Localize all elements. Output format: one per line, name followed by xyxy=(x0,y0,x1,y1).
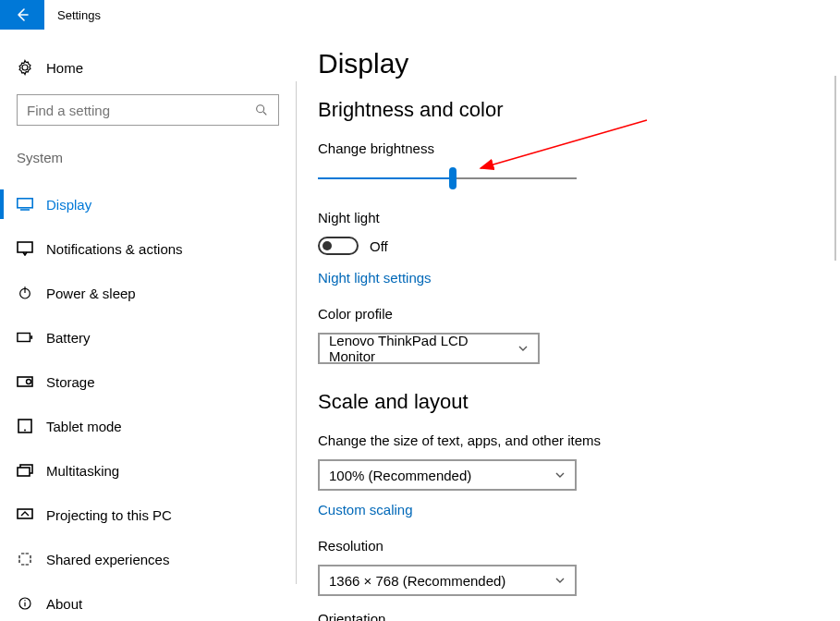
page-title: Display xyxy=(318,48,818,79)
sidebar-item-label: Shared experiences xyxy=(46,552,169,567)
custom-scaling-link[interactable]: Custom scaling xyxy=(318,502,413,518)
notifications-icon xyxy=(17,241,33,256)
color-profile-value: Lenovo ThinkPad LCD Monitor xyxy=(329,333,517,364)
sidebar-item-power[interactable]: Power & sleep xyxy=(0,271,296,315)
sidebar-item-notifications[interactable]: Notifications & actions xyxy=(0,226,296,271)
section-heading-scale: Scale and layout xyxy=(318,390,818,414)
svg-rect-14 xyxy=(18,468,30,476)
svg-line-1 xyxy=(263,112,266,115)
sidebar-item-label: Multitasking xyxy=(46,463,119,479)
sidebar: Home System Display Notifications & acti… xyxy=(0,30,296,621)
sidebar-group-header: System xyxy=(17,150,279,165)
storage-icon xyxy=(17,376,33,387)
night-light-label: Night light xyxy=(318,210,818,225)
chevron-down-icon xyxy=(554,469,566,481)
scale-value: 100% (Recommended) xyxy=(329,468,471,483)
night-light-settings-link[interactable]: Night light settings xyxy=(318,270,432,286)
battery-icon xyxy=(17,332,33,343)
search-box[interactable] xyxy=(17,94,279,126)
size-label: Change the size of text, apps, and other… xyxy=(318,432,818,448)
svg-point-0 xyxy=(257,105,264,113)
resolution-value: 1366 × 768 (Recommended) xyxy=(329,573,505,589)
search-icon xyxy=(254,103,269,117)
sidebar-home[interactable]: Home xyxy=(17,54,279,94)
section-brightness: Brightness and color Change brightness N… xyxy=(318,98,818,364)
sidebar-home-label: Home xyxy=(46,60,83,76)
display-icon xyxy=(17,198,33,211)
about-icon xyxy=(17,596,33,611)
sidebar-item-battery[interactable]: Battery xyxy=(0,315,296,359)
chevron-down-icon xyxy=(554,575,566,586)
svg-point-12 xyxy=(24,430,26,432)
titlebar: Settings xyxy=(0,0,840,30)
night-light-state: Off xyxy=(370,238,388,254)
svg-rect-4 xyxy=(18,242,32,252)
sidebar-item-projecting[interactable]: Projecting to this PC xyxy=(0,493,296,537)
sidebar-item-shared[interactable]: Shared experiences xyxy=(0,537,296,581)
slider-thumb[interactable] xyxy=(449,167,457,189)
sidebar-item-multitasking[interactable]: Multitasking xyxy=(0,448,296,493)
svg-rect-15 xyxy=(18,509,32,518)
sidebar-item-label: Projecting to this PC xyxy=(46,507,172,523)
sidebar-item-about[interactable]: About xyxy=(0,581,296,621)
scale-combo[interactable]: 100% (Recommended) xyxy=(318,459,577,491)
resolution-label: Resolution xyxy=(318,538,818,554)
pane-divider xyxy=(296,81,297,584)
color-profile-combo[interactable]: Lenovo ThinkPad LCD Monitor xyxy=(318,333,540,364)
sidebar-item-label: Notifications & actions xyxy=(46,241,183,257)
multitasking-icon xyxy=(17,464,33,477)
sidebar-item-label: About xyxy=(46,596,82,612)
svg-rect-7 xyxy=(18,334,30,342)
section-scale: Scale and layout Change the size of text… xyxy=(318,390,818,621)
sidebar-item-label: Battery xyxy=(46,330,91,346)
chevron-down-icon xyxy=(517,343,529,354)
orientation-label: Orientation xyxy=(318,611,818,621)
slider-fill xyxy=(318,177,453,179)
search-input[interactable] xyxy=(27,103,254,118)
resolution-combo[interactable]: 1366 × 768 (Recommended) xyxy=(318,565,577,596)
brightness-label: Change brightness xyxy=(318,140,818,156)
color-profile-label: Color profile xyxy=(318,306,818,322)
svg-point-10 xyxy=(27,380,31,384)
sidebar-item-tablet[interactable]: Tablet mode xyxy=(0,404,296,448)
svg-rect-9 xyxy=(18,377,32,386)
shared-icon xyxy=(17,552,33,566)
section-heading-brightness: Brightness and color xyxy=(318,98,818,122)
brightness-slider[interactable] xyxy=(318,167,577,189)
toggle-knob xyxy=(323,241,332,250)
sidebar-item-display[interactable]: Display xyxy=(0,182,296,226)
sidebar-nav: Display Notifications & actions Power & … xyxy=(0,182,296,621)
scrollbar[interactable] xyxy=(834,76,836,261)
sidebar-item-label: Tablet mode xyxy=(46,419,122,434)
back-button[interactable] xyxy=(0,0,44,30)
tablet-icon xyxy=(17,419,33,433)
content-pane: Display Brightness and color Change brig… xyxy=(296,30,840,621)
back-arrow-icon xyxy=(14,6,30,23)
svg-point-18 xyxy=(24,600,25,601)
power-icon xyxy=(17,286,33,300)
sidebar-item-label: Display xyxy=(46,197,91,213)
night-light-toggle[interactable] xyxy=(318,237,359,255)
svg-rect-8 xyxy=(30,335,32,339)
sidebar-item-label: Power & sleep xyxy=(46,286,136,301)
app-title: Settings xyxy=(44,8,101,22)
projecting-icon xyxy=(17,508,33,521)
sidebar-item-label: Storage xyxy=(46,374,95,390)
sidebar-item-storage[interactable]: Storage xyxy=(0,359,296,404)
svg-rect-2 xyxy=(18,199,32,208)
gear-icon xyxy=(17,59,33,76)
